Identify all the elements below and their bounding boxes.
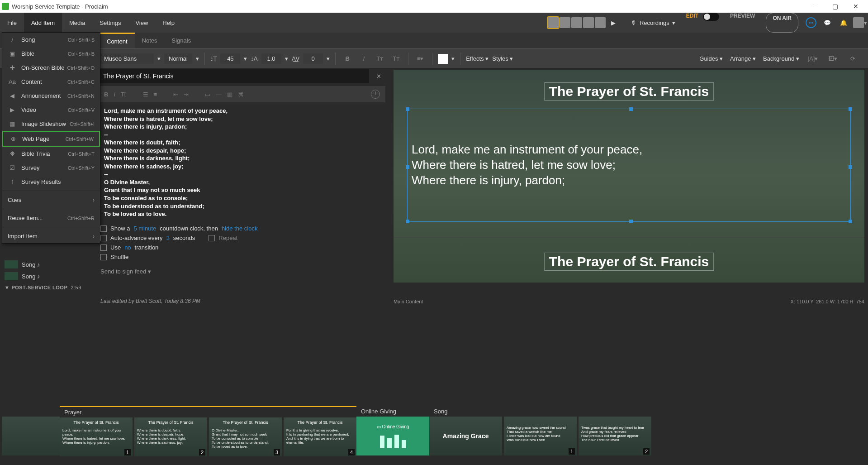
sidebar-item-song[interactable]: Song ♪ (0, 259, 99, 270)
background-dropdown[interactable]: Background ▾ (763, 55, 799, 62)
menu-add-item[interactable]: Add Item (24, 13, 62, 33)
hr-icon[interactable]: — (216, 91, 222, 98)
add-item-bible-trivia[interactable]: ❋Bible TriviaCtrl+Shift+T (2, 147, 100, 161)
add-item-content[interactable]: AaContentCtrl+Shift+C (2, 75, 100, 89)
avatar[interactable] (583, 17, 594, 28)
indent-icon[interactable]: ⇥ (184, 91, 189, 98)
styles-dropdown[interactable]: Styles ▾ (492, 55, 513, 62)
reset-icon[interactable]: ⟳ (846, 55, 859, 62)
tracking[interactable]: 0 (303, 53, 323, 64)
avatar[interactable] (548, 17, 559, 28)
line-height[interactable]: 1.0 (261, 53, 281, 64)
arrange-dropdown[interactable]: Arrange ▾ (730, 55, 756, 62)
add-item-survey-results[interactable]: ⫿Survey Results (2, 175, 100, 189)
slide-preview[interactable]: The Prayer of St. Francis Lord, make me … (394, 70, 864, 283)
info-icon[interactable]: i (371, 90, 380, 99)
font-size[interactable]: 45 (220, 53, 240, 64)
menu-file[interactable]: File (0, 13, 24, 33)
chat-icon[interactable]: 💬 (819, 13, 835, 33)
align-icon[interactable]: ≡▾ (414, 55, 427, 62)
post-service-header[interactable]: ▼POST-SERVICE LOOP 2:59 (0, 282, 99, 293)
slide-title-input[interactable]: The Prayer of St. Francis (99, 69, 369, 83)
tab-notes[interactable]: Notes (135, 33, 165, 48)
thumb-song-title[interactable]: Amazing Grace (429, 417, 502, 455)
menu-settings[interactable]: Settings (92, 13, 128, 33)
recordings-dropdown[interactable]: 🎙 Recordings▾ (625, 13, 682, 33)
add-item-survey[interactable]: ☑SurveyCtrl+Shift+Y (2, 161, 100, 175)
outdent-icon[interactable]: ⇤ (173, 91, 178, 98)
avatar[interactable] (560, 17, 570, 28)
opt-autoadvance[interactable]: Auto-advance every 3 seconds Repeat (100, 233, 384, 243)
mode-edit[interactable]: EDIT (682, 13, 703, 33)
menu-cues[interactable]: Cues› (2, 193, 100, 207)
number-list-icon[interactable]: ≡ (154, 91, 157, 98)
opt-shuffle[interactable]: Shuffle (100, 252, 384, 262)
more-icon[interactable]: ••• (803, 13, 819, 33)
opt-transition[interactable]: Use no transition (100, 243, 384, 252)
preview-title-2[interactable]: The Prayer of St. Francis (544, 253, 714, 271)
send-sign-feed[interactable]: Send to sign feed ▾ (100, 268, 384, 275)
opt-countdown[interactable]: Show a 5 minute countdown clock, then hi… (100, 224, 384, 233)
columns-icon[interactable]: ▥ (227, 91, 232, 98)
menu-help[interactable]: Help (155, 13, 182, 33)
image-icon[interactable]: 🖼▾ (826, 55, 839, 62)
clear-format-icon[interactable]: T⃠ (121, 91, 127, 98)
add-item-menu: ♪SongCtrl+Shift+S▣BibleCtrl+Shift+B✚On-S… (2, 32, 100, 244)
on-air-button[interactable]: ON AIR (766, 13, 798, 33)
weight-select[interactable]: Normal (164, 53, 192, 64)
font-select[interactable]: Museo Sans (100, 53, 154, 64)
thumb-prayer-slide[interactable]: The Prayer of St. FrancisFor it is in gi… (284, 417, 356, 456)
play-icon[interactable]: ▶ (607, 19, 620, 26)
preview-body-text[interactable]: Lord, make me an instrument of your peac… (412, 142, 846, 188)
textbox-icon[interactable]: [A]▾ (806, 55, 819, 62)
tab-signals[interactable]: Signals (165, 33, 199, 48)
tab-content[interactable]: Content (100, 33, 135, 48)
maximize-button[interactable]: ▢ (825, 0, 845, 13)
add-item-bible[interactable]: ▣BibleCtrl+Shift+B (2, 47, 100, 61)
add-item-on-screen-bible[interactable]: ✚On-Screen BibleCtrl+Shift+O (2, 61, 100, 75)
profile-avatar[interactable]: ▾ (852, 13, 868, 33)
menu-import-item[interactable]: Import Item› (2, 229, 100, 243)
avatar[interactable] (571, 17, 582, 28)
pre-thumb[interactable] (2, 417, 60, 455)
thumb-prayer-slide[interactable]: The Prayer of St. FrancisLord, make me a… (60, 417, 133, 456)
case-icon[interactable]: Tᴛ (374, 55, 386, 62)
guides-dropdown[interactable]: Guides ▾ (699, 55, 723, 62)
italic-icon[interactable]: I (357, 55, 370, 62)
add-item-web-page[interactable]: ⊕Web PageCtrl+Shift+W (2, 131, 100, 147)
preview-title[interactable]: The Prayer of St. Francis (544, 82, 714, 101)
avatar[interactable] (595, 17, 606, 28)
add-item-song[interactable]: ♪SongCtrl+Shift+S (2, 33, 100, 47)
bullet-list-icon[interactable]: ☰ (143, 91, 148, 98)
add-item-video[interactable]: ▶VideoCtrl+Shift+V (2, 103, 100, 117)
lyrics-textarea[interactable]: Lord, make me an instrument of your peac… (99, 102, 385, 219)
close-editor-button[interactable]: ✕ (371, 73, 387, 80)
edit-preview-toggle[interactable] (703, 13, 719, 21)
insert-icon[interactable]: ▭ (205, 91, 210, 98)
tracking-icon: A͟V (292, 55, 300, 62)
mode-preview[interactable]: PREVIEW (724, 13, 761, 33)
color-swatch[interactable] (438, 54, 448, 64)
menu-reuse-item[interactable]: Reuse Item...Ctrl+Shift+R (2, 211, 100, 225)
add-item-announcement[interactable]: ◀AnnouncementCtrl+Shift+N (2, 89, 100, 103)
mic-icon: 🎙 (631, 19, 637, 26)
italic-icon[interactable]: I (114, 91, 115, 98)
minimize-button[interactable]: — (804, 0, 825, 13)
bold-icon[interactable]: B (104, 91, 108, 98)
smallcaps-icon[interactable]: Tᴛ (390, 55, 403, 62)
close-button[interactable]: ✕ (845, 0, 866, 13)
thumb-song-slide[interactable]: Amazing grace how sweet the soundThat sa… (504, 417, 577, 455)
song-thumb (5, 272, 18, 280)
thumb-prayer-slide[interactable]: The Prayer of St. FrancisO Divine Master… (209, 417, 282, 456)
sidebar-item-song[interactable]: Song ♪ (0, 270, 99, 282)
code-icon[interactable]: ⌘ (238, 91, 244, 98)
thumb-prayer-slide[interactable]: The Prayer of St. FrancisWhere there is … (134, 417, 207, 456)
menu-view[interactable]: View (128, 13, 155, 33)
thumb-giving[interactable]: ▭ Online Giving (356, 417, 429, 455)
bold-icon[interactable]: B (341, 55, 354, 62)
effects-dropdown[interactable]: Effects ▾ (466, 55, 489, 62)
thumb-song-slide[interactable]: Twas grace that taught my heart to fearA… (579, 417, 651, 455)
menu-media[interactable]: Media (62, 13, 92, 33)
add-item-image-slideshow[interactable]: ▦Image SlideshowCtrl+Shift+I (2, 117, 100, 131)
bell-icon[interactable]: 🔔 (835, 13, 852, 33)
